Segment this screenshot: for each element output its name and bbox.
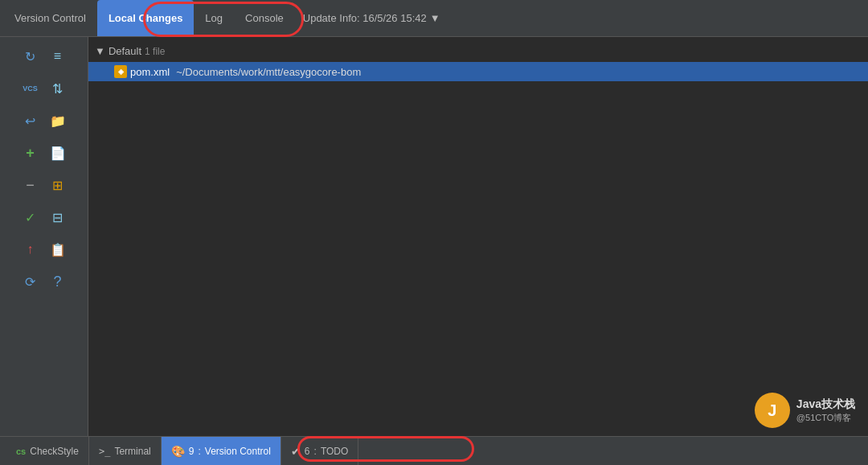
refresh-button[interactable]: ↻ xyxy=(18,43,43,69)
file-name: pom.xml xyxy=(130,66,170,78)
refresh2-button[interactable]: ⟳ xyxy=(18,269,43,294)
status-bar: cs CheckStyle >_ Terminal 🎨 9 : Version … xyxy=(0,436,868,465)
main-area: ↻ ≡ VCS ⇅ ↩ 📁 + 📄 − ⊞ ✓ ⊟ ↑ 📋 ⟳ ? xyxy=(0,37,868,436)
tab-version-control[interactable]: Version Control xyxy=(3,0,97,36)
todo-panel[interactable]: ✔ 6 : TODO xyxy=(281,437,358,465)
checkstyle-label: CheckStyle xyxy=(30,446,79,457)
check-button[interactable]: ✓ xyxy=(18,204,43,230)
left-toolbar: ↻ ≡ VCS ⇅ ↩ 📁 + 📄 − ⊞ ✓ ⊟ ↑ 📋 ⟳ ? xyxy=(0,37,88,436)
minus-button[interactable]: − xyxy=(18,172,43,198)
todo-colon: : xyxy=(314,446,317,457)
tab-bar: Version Control Local Changes Log Consol… xyxy=(0,0,868,37)
tab-update-info[interactable]: Update Info: 16/5/26 15:42 ▼ xyxy=(295,7,448,29)
todo-icon: ✔ xyxy=(291,445,301,458)
grid-button[interactable]: ⊟ xyxy=(45,204,71,230)
version-control-number: 9 xyxy=(189,446,194,457)
version-control-label: Version Control xyxy=(205,446,271,457)
watermark-avatar: J xyxy=(755,393,790,428)
version-control-colon: : xyxy=(198,446,200,457)
doc-button[interactable]: 📄 xyxy=(45,140,71,166)
file-path: ~/Documents/work/mtt/easygocore-bom xyxy=(176,66,361,78)
undo-button[interactable]: ↩ xyxy=(18,108,43,134)
changelist-arrow: ▼ xyxy=(95,45,105,57)
changelist-label: Default xyxy=(108,45,141,57)
changelist-count: 1 file xyxy=(145,46,165,57)
version-control-icon: 🎨 xyxy=(171,445,185,458)
arrow-up-button[interactable]: ↑ xyxy=(18,237,43,262)
watermark-title: Java技术栈 xyxy=(796,397,855,412)
chip-button[interactable]: ⊞ xyxy=(45,172,71,198)
doc2-button[interactable]: 📋 xyxy=(45,237,71,262)
question-button[interactable]: ? xyxy=(45,269,71,294)
changelist-header[interactable]: ▼ Default 1 file xyxy=(88,40,868,62)
terminal-panel[interactable]: >_ Terminal xyxy=(89,437,162,465)
tab-console[interactable]: Console xyxy=(234,0,295,36)
terminal-label: Terminal xyxy=(114,446,150,457)
vcs-label: VCS xyxy=(18,76,43,101)
pom-icon: ◈ xyxy=(114,65,127,78)
align2-button[interactable]: ⇅ xyxy=(45,76,71,101)
tab-log[interactable]: Log xyxy=(194,0,234,36)
todo-label: TODO xyxy=(321,446,348,457)
file-row[interactable]: ◈ pom.xml ~/Documents/work/mtt/easygocor… xyxy=(88,62,868,81)
terminal-icon: >_ xyxy=(99,446,110,457)
version-control-panel[interactable]: 🎨 9 : Version Control xyxy=(162,437,281,465)
tab-local-changes[interactable]: Local Changes xyxy=(97,0,194,36)
watermark-subtitle: @51CTO博客 xyxy=(796,412,855,424)
todo-number: 6 xyxy=(305,446,310,457)
folder-button[interactable]: 📁 xyxy=(45,108,71,134)
add-button[interactable]: + xyxy=(18,140,43,166)
align-button[interactable]: ≡ xyxy=(45,43,71,69)
watermark: J Java技术栈 @51CTO博客 xyxy=(755,393,855,428)
checkstyle-panel[interactable]: cs CheckStyle xyxy=(6,437,89,465)
checkstyle-icon: cs xyxy=(16,446,26,456)
content-panel: ▼ Default 1 file ◈ pom.xml ~/Documents/w… xyxy=(88,37,868,436)
